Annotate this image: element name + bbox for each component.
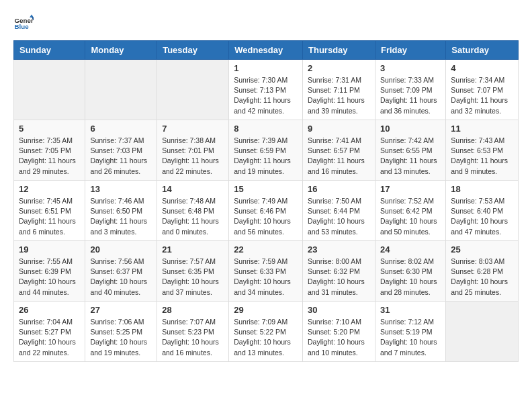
logo-icon: General Blue	[13, 13, 34, 34]
calendar-cell: 26Sunrise: 7:04 AM Sunset: 5:27 PM Dayli…	[14, 302, 85, 362]
day-info: Sunrise: 7:50 AM Sunset: 6:44 PM Dayligh…	[308, 196, 370, 237]
calendar-cell: 13Sunrise: 7:46 AM Sunset: 6:50 PM Dayli…	[85, 181, 157, 241]
calendar-cell: 11Sunrise: 7:43 AM Sunset: 6:53 PM Dayli…	[446, 120, 519, 181]
day-info: Sunrise: 7:33 AM Sunset: 7:09 PM Dayligh…	[380, 75, 441, 116]
day-info: Sunrise: 7:43 AM Sunset: 6:53 PM Dayligh…	[451, 136, 513, 177]
day-info: Sunrise: 7:06 AM Sunset: 5:25 PM Dayligh…	[90, 317, 152, 358]
day-number: 8	[234, 124, 298, 134]
day-number: 16	[308, 184, 370, 194]
calendar-cell: 10Sunrise: 7:42 AM Sunset: 6:55 PM Dayli…	[375, 120, 445, 181]
calendar-cell: 28Sunrise: 7:07 AM Sunset: 5:23 PM Dayli…	[157, 302, 229, 362]
day-header-friday: Friday	[375, 41, 445, 60]
svg-marker-2	[30, 15, 34, 18]
calendar-cell	[14, 60, 85, 120]
day-number: 21	[162, 244, 224, 255]
calendar-cell: 25Sunrise: 8:03 AM Sunset: 6:28 PM Dayli…	[446, 241, 519, 302]
day-number: 27	[90, 305, 152, 315]
day-info: Sunrise: 7:56 AM Sunset: 6:37 PM Dayligh…	[90, 257, 152, 298]
day-number: 11	[451, 124, 513, 134]
day-number: 28	[162, 305, 224, 315]
calendar-cell: 14Sunrise: 7:48 AM Sunset: 6:48 PM Dayli…	[157, 181, 229, 241]
calendar-cell: 31Sunrise: 7:12 AM Sunset: 5:19 PM Dayli…	[375, 302, 445, 362]
calendar-cell: 20Sunrise: 7:56 AM Sunset: 6:37 PM Dayli…	[85, 241, 157, 302]
calendar-cell: 7Sunrise: 7:38 AM Sunset: 7:01 PM Daylig…	[157, 120, 229, 181]
calendar-cell: 6Sunrise: 7:37 AM Sunset: 7:03 PM Daylig…	[85, 120, 157, 181]
day-header-sunday: Sunday	[14, 41, 85, 60]
day-info: Sunrise: 7:09 AM Sunset: 5:22 PM Dayligh…	[234, 317, 298, 358]
day-number: 14	[162, 184, 224, 194]
calendar-cell	[446, 302, 519, 362]
day-info: Sunrise: 7:46 AM Sunset: 6:50 PM Dayligh…	[90, 196, 152, 237]
day-info: Sunrise: 7:57 AM Sunset: 6:35 PM Dayligh…	[162, 257, 224, 298]
day-info: Sunrise: 7:39 AM Sunset: 6:59 PM Dayligh…	[234, 136, 298, 177]
day-number: 5	[19, 124, 80, 134]
day-number: 15	[234, 184, 298, 194]
day-info: Sunrise: 7:37 AM Sunset: 7:03 PM Dayligh…	[90, 136, 152, 177]
calendar-cell: 27Sunrise: 7:06 AM Sunset: 5:25 PM Dayli…	[85, 302, 157, 362]
day-info: Sunrise: 7:59 AM Sunset: 6:33 PM Dayligh…	[234, 257, 298, 298]
svg-text:Blue: Blue	[15, 23, 30, 30]
calendar-cell: 30Sunrise: 7:10 AM Sunset: 5:20 PM Dayli…	[303, 302, 375, 362]
calendar-cell: 8Sunrise: 7:39 AM Sunset: 6:59 PM Daylig…	[229, 120, 303, 181]
day-number: 31	[380, 305, 441, 315]
day-info: Sunrise: 8:02 AM Sunset: 6:30 PM Dayligh…	[380, 257, 441, 298]
day-info: Sunrise: 7:04 AM Sunset: 5:27 PM Dayligh…	[19, 317, 80, 358]
day-info: Sunrise: 7:45 AM Sunset: 6:51 PM Dayligh…	[19, 196, 80, 237]
day-number: 2	[308, 63, 370, 73]
calendar-cell: 22Sunrise: 7:59 AM Sunset: 6:33 PM Dayli…	[229, 241, 303, 302]
calendar-cell: 2Sunrise: 7:31 AM Sunset: 7:11 PM Daylig…	[303, 60, 375, 120]
day-number: 25	[451, 244, 513, 255]
page-header: General Blue	[13, 13, 519, 34]
calendar-cell: 21Sunrise: 7:57 AM Sunset: 6:35 PM Dayli…	[157, 241, 229, 302]
day-info: Sunrise: 7:52 AM Sunset: 6:42 PM Dayligh…	[380, 196, 441, 237]
calendar-cell: 24Sunrise: 8:02 AM Sunset: 6:30 PM Dayli…	[375, 241, 445, 302]
calendar-cell: 9Sunrise: 7:41 AM Sunset: 6:57 PM Daylig…	[303, 120, 375, 181]
calendar-cell: 19Sunrise: 7:55 AM Sunset: 6:39 PM Dayli…	[14, 241, 85, 302]
day-number: 1	[234, 63, 298, 73]
day-number: 18	[451, 184, 513, 194]
calendar-cell	[85, 60, 157, 120]
calendar-cell	[157, 60, 229, 120]
day-number: 7	[162, 124, 224, 134]
day-number: 13	[90, 184, 152, 194]
calendar-cell: 12Sunrise: 7:45 AM Sunset: 6:51 PM Dayli…	[14, 181, 85, 241]
calendar-cell: 5Sunrise: 7:35 AM Sunset: 7:05 PM Daylig…	[14, 120, 85, 181]
calendar-cell: 18Sunrise: 7:53 AM Sunset: 6:40 PM Dayli…	[446, 181, 519, 241]
day-number: 3	[380, 63, 441, 73]
day-number: 29	[234, 305, 298, 315]
calendar-cell: 4Sunrise: 7:34 AM Sunset: 7:07 PM Daylig…	[446, 60, 519, 120]
day-number: 24	[380, 244, 441, 255]
calendar-cell: 17Sunrise: 7:52 AM Sunset: 6:42 PM Dayli…	[375, 181, 445, 241]
day-info: Sunrise: 7:07 AM Sunset: 5:23 PM Dayligh…	[162, 317, 224, 358]
day-number: 4	[451, 63, 513, 73]
day-number: 17	[380, 184, 441, 194]
calendar-table: SundayMondayTuesdayWednesdayThursdayFrid…	[13, 40, 519, 362]
day-number: 20	[90, 244, 152, 255]
day-info: Sunrise: 7:10 AM Sunset: 5:20 PM Dayligh…	[308, 317, 370, 358]
day-info: Sunrise: 7:30 AM Sunset: 7:13 PM Dayligh…	[234, 75, 298, 116]
day-header-wednesday: Wednesday	[229, 41, 303, 60]
day-number: 23	[308, 244, 370, 255]
day-info: Sunrise: 7:34 AM Sunset: 7:07 PM Dayligh…	[451, 75, 513, 116]
day-info: Sunrise: 7:49 AM Sunset: 6:46 PM Dayligh…	[234, 196, 298, 237]
day-info: Sunrise: 7:42 AM Sunset: 6:55 PM Dayligh…	[380, 136, 441, 177]
day-number: 6	[90, 124, 152, 134]
day-header-monday: Monday	[85, 41, 157, 60]
day-number: 10	[380, 124, 441, 134]
day-number: 19	[19, 244, 80, 255]
day-info: Sunrise: 7:48 AM Sunset: 6:48 PM Dayligh…	[162, 196, 224, 237]
day-number: 22	[234, 244, 298, 255]
day-header-thursday: Thursday	[303, 41, 375, 60]
day-header-saturday: Saturday	[446, 41, 519, 60]
week-row-4: 19Sunrise: 7:55 AM Sunset: 6:39 PM Dayli…	[14, 241, 519, 302]
day-number: 12	[19, 184, 80, 194]
week-row-2: 5Sunrise: 7:35 AM Sunset: 7:05 PM Daylig…	[14, 120, 519, 181]
day-number: 30	[308, 305, 370, 315]
day-number: 9	[308, 124, 370, 134]
calendar-cell: 3Sunrise: 7:33 AM Sunset: 7:09 PM Daylig…	[375, 60, 445, 120]
calendar-cell: 1Sunrise: 7:30 AM Sunset: 7:13 PM Daylig…	[229, 60, 303, 120]
week-row-5: 26Sunrise: 7:04 AM Sunset: 5:27 PM Dayli…	[14, 302, 519, 362]
day-info: Sunrise: 8:00 AM Sunset: 6:32 PM Dayligh…	[308, 257, 370, 298]
day-info: Sunrise: 7:53 AM Sunset: 6:40 PM Dayligh…	[451, 196, 513, 237]
calendar-header-row: SundayMondayTuesdayWednesdayThursdayFrid…	[14, 41, 519, 60]
